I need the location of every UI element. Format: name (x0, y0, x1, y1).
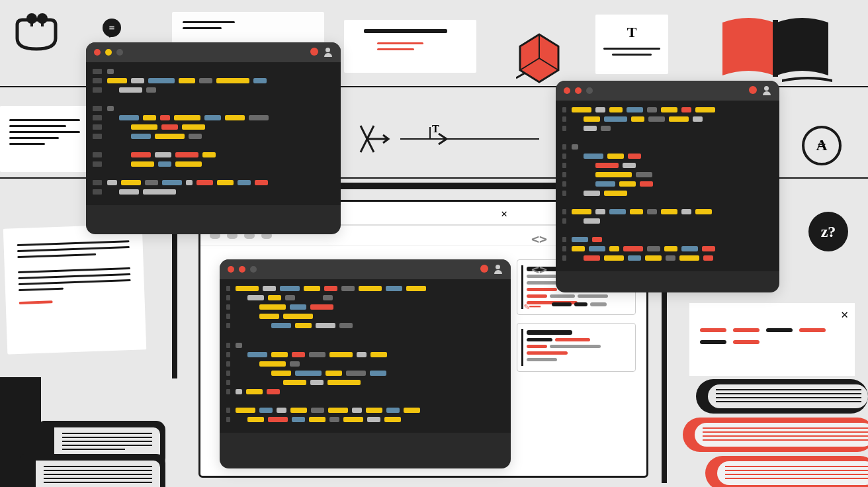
close-icon[interactable]: ✕ (841, 307, 848, 321)
open-book-icon (716, 13, 835, 79)
traffic-light-max[interactable] (250, 266, 257, 273)
svg-rect-25 (695, 423, 868, 447)
svg-rect-19 (708, 384, 868, 408)
traffic-light-min[interactable] (575, 87, 582, 94)
code-area (86, 62, 341, 205)
window-titlebar[interactable] (556, 81, 779, 101)
svg-text:T: T (432, 123, 439, 134)
inline-tokens (552, 302, 607, 306)
traffic-light-close[interactable] (564, 87, 570, 94)
text-card: T (595, 15, 668, 74)
letter-badge-z: z? (808, 212, 848, 251)
connector-line (337, 183, 562, 189)
person-icon (762, 86, 771, 95)
text-card-label: T (603, 24, 660, 41)
pencil-icon: ✎━━ (524, 301, 541, 312)
pocket-icon (13, 13, 60, 53)
hexagon-icon (516, 32, 562, 85)
record-icon (310, 48, 318, 56)
traffic-light-max[interactable] (116, 49, 123, 56)
traffic-light-min[interactable] (105, 49, 112, 56)
person-icon (324, 48, 333, 57)
code-snippet-panel (517, 323, 636, 372)
connector-line (172, 233, 177, 378)
svg-rect-9 (773, 20, 778, 77)
traffic-light-close[interactable] (228, 266, 234, 273)
paper-doc (344, 20, 476, 73)
close-icon[interactable]: ✕ (501, 207, 507, 220)
traffic-light-min[interactable] (239, 266, 245, 273)
code-angle-icon: <> (531, 231, 547, 247)
letter-badge-a: A (802, 126, 842, 165)
code-editor-window[interactable] (86, 42, 341, 234)
svg-line-8 (516, 73, 525, 78)
svg-rect-3 (41, 17, 44, 26)
code-area (556, 101, 779, 271)
paper-doc (172, 12, 324, 45)
record-icon (749, 86, 757, 94)
code-editor-window[interactable] (220, 259, 511, 468)
paper-doc (0, 106, 89, 172)
svg-rect-2 (30, 17, 33, 26)
svg-rect-31 (717, 461, 868, 485)
traffic-light-close[interactable] (94, 49, 101, 56)
traffic-light-max[interactable] (586, 87, 593, 94)
window-titlebar[interactable] (220, 259, 511, 279)
info-card: ✕ (689, 303, 855, 376)
paper-doc (3, 224, 147, 354)
code-editor-window[interactable] (556, 81, 779, 292)
book-stack (20, 454, 165, 487)
connector-line (662, 291, 667, 483)
person-icon (494, 265, 503, 274)
red-book-stack (670, 373, 868, 487)
arrow-diagram: T (354, 119, 546, 159)
code-area (220, 279, 511, 433)
code-angle-icon: <> (531, 261, 547, 277)
svg-text:A: A (816, 136, 828, 154)
speech-bubble-icon: = (103, 19, 121, 37)
record-icon (480, 265, 488, 273)
window-titlebar[interactable] (86, 42, 341, 62)
